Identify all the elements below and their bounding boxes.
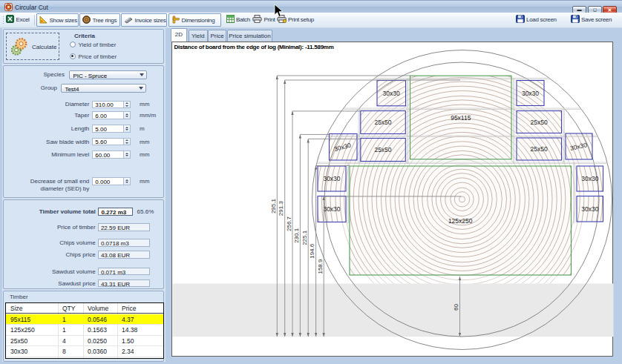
svg-text:225.1: 225.1 [301, 230, 308, 245]
svg-text:25x50: 25x50 [531, 118, 548, 125]
svg-text:30x30: 30x30 [581, 175, 598, 182]
svg-text:30x30: 30x30 [522, 89, 539, 96]
svg-text:60: 60 [453, 303, 459, 310]
svg-text:125x250: 125x250 [448, 216, 473, 224]
svg-text:256.7: 256.7 [286, 216, 292, 231]
svg-text:194.6: 194.6 [309, 243, 315, 259]
svg-text:291.3: 291.3 [278, 200, 284, 216]
svg-text:95x115: 95x115 [451, 113, 471, 121]
svg-text:25x50: 25x50 [531, 145, 548, 153]
svg-text:158.9: 158.9 [317, 258, 324, 274]
svg-text:30x30: 30x30 [581, 205, 598, 212]
svg-text:30x30: 30x30 [323, 175, 340, 182]
svg-text:30x30: 30x30 [323, 205, 340, 213]
svg-text:25x50: 25x50 [374, 119, 391, 126]
svg-text:30x30: 30x30 [383, 89, 400, 96]
svg-text:295.1: 295.1 [270, 198, 277, 214]
svg-text:25x50: 25x50 [374, 146, 391, 153]
svg-text:230.1: 230.1 [293, 228, 300, 243]
